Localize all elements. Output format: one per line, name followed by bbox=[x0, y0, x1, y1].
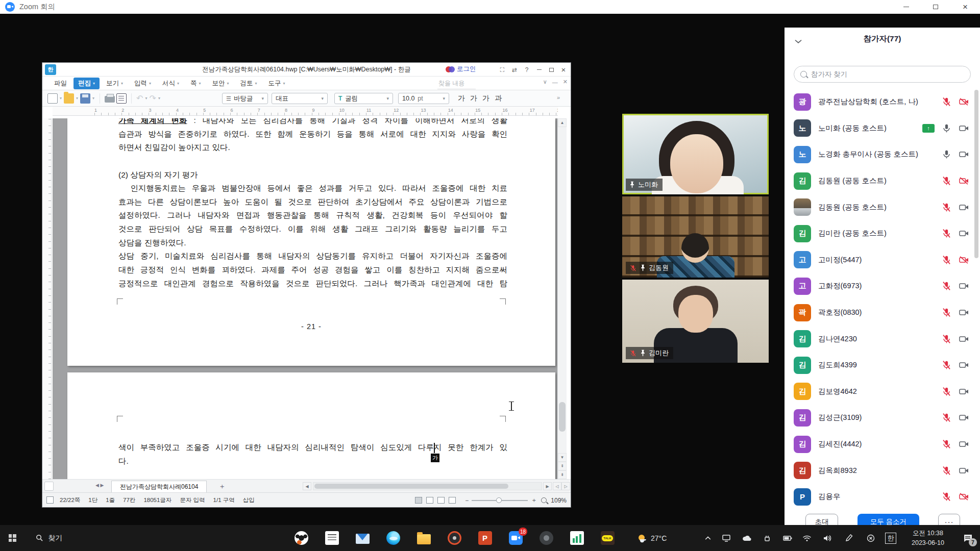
paragraph-style-dropdown[interactable]: ☰바탕글 bbox=[222, 93, 268, 104]
font-dropdown[interactable]: T굴림 bbox=[334, 93, 393, 104]
new-document-icon[interactable] bbox=[47, 93, 58, 104]
tab-list-icon[interactable] bbox=[44, 482, 54, 491]
view-mode-icon[interactable] bbox=[449, 497, 456, 504]
camera-status-icon[interactable] bbox=[959, 491, 969, 502]
pen-tray-icon[interactable] bbox=[839, 525, 859, 551]
camera-status-icon[interactable] bbox=[959, 439, 969, 449]
hwp-maximize-button[interactable] bbox=[545, 64, 557, 76]
participants-scrollbar-thumb[interactable] bbox=[974, 90, 978, 258]
mic-status-icon[interactable] bbox=[941, 386, 952, 397]
곽호정(0830)[interactable]: 곽 곽호정(0830) ↑ bbox=[785, 299, 973, 326]
char-format-button[interactable]: 과 bbox=[495, 94, 502, 103]
mic-status-icon[interactable] bbox=[941, 149, 952, 160]
zoom-in-icon[interactable]: ＋ bbox=[531, 496, 537, 505]
char-format-button[interactable]: 가 bbox=[458, 94, 465, 103]
battery-tray-icon[interactable] bbox=[778, 525, 797, 551]
maximize-button[interactable] bbox=[921, 0, 950, 14]
hwp-menu-item[interactable]: 도구▾ bbox=[264, 78, 290, 89]
김나연4230[interactable]: 김 김나연4230 ↑ bbox=[785, 325, 973, 352]
노미화 (공동 호스트)[interactable]: 노 노미화 (공동 호스트) ↑ bbox=[785, 115, 973, 142]
zoom-out-icon[interactable]: − bbox=[465, 497, 469, 504]
camera-status-icon[interactable] bbox=[959, 281, 969, 291]
edge-browser-icon[interactable] bbox=[378, 525, 408, 551]
camera-status-icon[interactable] bbox=[959, 307, 969, 318]
camera-status-icon[interactable] bbox=[959, 96, 969, 107]
powerpoint-icon[interactable] bbox=[470, 525, 500, 551]
vertical-ruler[interactable] bbox=[43, 118, 52, 479]
minimize-button[interactable] bbox=[891, 0, 921, 14]
scroll-up-icon[interactable]: ▲ bbox=[558, 118, 567, 127]
view-mode-icon[interactable] bbox=[426, 497, 433, 504]
undo-icon[interactable]: ↶ bbox=[136, 93, 143, 104]
volume-tray-icon[interactable] bbox=[818, 525, 837, 551]
mic-status-icon[interactable] bbox=[941, 255, 952, 265]
hwp-menu-item[interactable]: 쪽▾ bbox=[186, 78, 206, 89]
김보영4642[interactable]: 김 김보영4642 ↑ bbox=[785, 379, 973, 405]
soccer-app-icon[interactable] bbox=[286, 525, 316, 551]
hwp-menu-item[interactable]: 편집▾ bbox=[74, 78, 100, 89]
weather-widget[interactable]: 27°C bbox=[637, 525, 667, 551]
document-tab[interactable]: 전남가족상담학회사례06104 bbox=[111, 481, 207, 493]
mic-status-icon[interactable] bbox=[941, 96, 952, 107]
split-left-icon[interactable]: ◁ bbox=[553, 482, 561, 490]
vertical-scrollbar-thumb[interactable] bbox=[559, 402, 566, 432]
view-mode-icon[interactable] bbox=[415, 497, 422, 504]
mic-status-icon[interactable] bbox=[941, 465, 952, 476]
hwp-menu-item[interactable]: 입력▾ bbox=[130, 78, 156, 89]
display-tray-icon[interactable] bbox=[717, 525, 736, 551]
camera-status-icon[interactable] bbox=[959, 123, 969, 134]
camera-status-icon[interactable] bbox=[959, 412, 969, 423]
style-set-dropdown[interactable]: 대표 bbox=[272, 93, 328, 104]
mic-status-icon[interactable] bbox=[941, 491, 952, 502]
ribbon-minimize-icon[interactable]: — bbox=[552, 79, 558, 85]
camera-status-icon[interactable] bbox=[959, 465, 969, 476]
ribbon-collapse-icon[interactable]: ∨ bbox=[543, 79, 547, 85]
mic-status-icon[interactable] bbox=[941, 202, 952, 213]
magnifier-icon[interactable] bbox=[541, 497, 547, 503]
redo-icon[interactable]: ↷ bbox=[149, 93, 156, 104]
tab-nav-icons[interactable]: ◀ ▶ bbox=[95, 483, 104, 488]
camera-status-icon[interactable] bbox=[959, 202, 969, 213]
split-right-icon[interactable]: ▷ bbox=[561, 482, 570, 490]
김도희4399[interactable]: 김 김도희4399 ↑ bbox=[785, 352, 973, 379]
horizontal-scrollbar[interactable] bbox=[313, 482, 542, 490]
zoom-slider[interactable]: − ＋ bbox=[465, 496, 537, 505]
zoom-app-icon[interactable]: 18 bbox=[500, 525, 531, 551]
new-tab-icon[interactable]: ＋ bbox=[218, 482, 226, 491]
mic-status-icon[interactable] bbox=[941, 281, 952, 291]
eject-tray-icon[interactable] bbox=[861, 525, 880, 551]
김옥희8932[interactable]: 김 김옥희8932 ↑ bbox=[785, 457, 973, 484]
onedrive-tray-icon[interactable] bbox=[737, 525, 756, 551]
김미란 (공동 호스트)[interactable]: 김 김미란 (공동 호스트) ↑ bbox=[785, 220, 973, 247]
hscroll-right-icon[interactable]: ▶ bbox=[543, 482, 552, 490]
tray-expand-icon[interactable] bbox=[698, 525, 718, 551]
hwp-arrange-icon[interactable]: ⇄ bbox=[508, 64, 521, 76]
mic-status-icon[interactable] bbox=[941, 307, 952, 318]
vertical-scrollbar[interactable]: ▲ ▼ ⇞ ⇟ bbox=[557, 118, 567, 479]
close-button[interactable]: × bbox=[950, 0, 980, 14]
start-button[interactable] bbox=[0, 525, 24, 551]
participant-search-input[interactable] bbox=[811, 70, 964, 78]
김성근(3109)[interactable]: 김 김성근(3109) ↑ bbox=[785, 405, 973, 431]
next-page-icon[interactable]: ⇟ bbox=[558, 470, 567, 479]
open-file-icon[interactable] bbox=[64, 93, 74, 104]
save-icon[interactable] bbox=[80, 93, 90, 104]
utility-app-icon[interactable] bbox=[531, 525, 561, 551]
preview-icon[interactable] bbox=[116, 93, 127, 104]
mic-status-icon[interactable] bbox=[941, 439, 952, 449]
고미정(5447)[interactable]: 고 고미정(5447) ↑ bbox=[785, 247, 973, 273]
김동원 (공동 호스트)[interactable]: 김 김동원 (공동 호스트) ↑ bbox=[785, 168, 973, 194]
ime-indicator[interactable]: 한 bbox=[881, 525, 900, 551]
hwp-help-icon[interactable]: ? bbox=[521, 64, 533, 76]
horizontal-ruler[interactable]: 123456789101112131415161718 bbox=[53, 107, 558, 116]
hwp-minimize-button[interactable] bbox=[533, 64, 545, 76]
hwp-menu-item[interactable]: 서식▾ bbox=[158, 78, 184, 89]
char-format-button[interactable]: 가 bbox=[482, 94, 489, 103]
zoom-percent[interactable]: 109% bbox=[551, 497, 567, 504]
hwp-menu-item[interactable]: 보안▾ bbox=[208, 78, 234, 89]
camera-status-icon[interactable] bbox=[959, 334, 969, 344]
prev-page-icon[interactable]: ⇞ bbox=[558, 462, 567, 470]
hwp-find-input[interactable]: 찾을 내용 bbox=[437, 79, 476, 89]
kakaotalk-icon[interactable] bbox=[592, 525, 623, 551]
김미란[interactable]: 김미란 bbox=[622, 280, 769, 363]
